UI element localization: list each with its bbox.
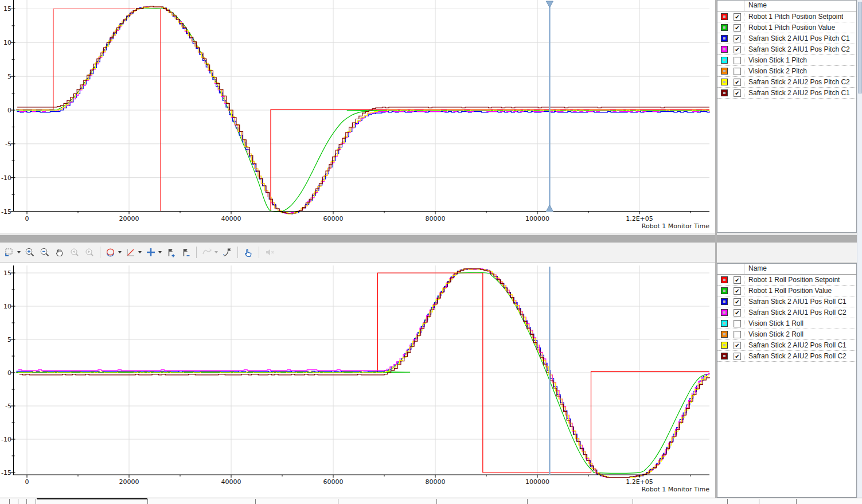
color-swatch[interactable] [721, 331, 728, 338]
visibility-checkbox[interactable] [734, 331, 741, 338]
visibility-checkbox[interactable]: ✔ [734, 89, 741, 97]
check-cell: ✔ [731, 276, 744, 284]
legend-row[interactable]: ✔Safran Stick 2 AIU2 Pos Roll C1 [717, 340, 856, 351]
color-swatch[interactable] [721, 79, 728, 85]
splitter-bar[interactable] [0, 235, 862, 243]
legend-header-name: Name [744, 264, 767, 274]
color-swatch[interactable] [721, 342, 728, 349]
legend-row[interactable]: Vision Stick 2 Pitch [717, 66, 856, 77]
zoom-next-icon [84, 247, 95, 258]
cursor-top-handle[interactable] [546, 1, 553, 7]
pitch-chart-panel[interactable]: 0200004000060000800001000001.2E+05151050… [0, 0, 715, 233]
swatch-cell [717, 13, 731, 20]
check-cell: ✔ [731, 353, 744, 360]
color-swatch[interactable] [721, 298, 728, 305]
add-marker-button[interactable] [164, 245, 178, 260]
legend-row[interactable]: Vision Stick 1 Pitch [717, 55, 856, 66]
flag-curve-icon [221, 247, 233, 258]
legend-row[interactable]: ✔Safran Stick 2 AIU1 Pos Pitch C2 [717, 44, 856, 55]
visibility-checkbox[interactable]: ✔ [734, 287, 741, 295]
audio-mute-button [263, 245, 276, 260]
color-swatch[interactable] [721, 276, 728, 283]
free-zoom-button[interactable] [104, 245, 123, 260]
legend-row[interactable]: ✔Safran Stick 2 AIU2 Pos Pitch C2 [717, 77, 856, 88]
y-tick-label: -15 [1, 208, 11, 216]
visibility-checkbox[interactable] [734, 57, 741, 64]
legend-row[interactable]: ✔Safran Stick 2 AIU2 Pos Roll C2 [717, 351, 856, 362]
visibility-checkbox[interactable] [734, 68, 741, 75]
dropdown-caret-icon[interactable] [158, 251, 162, 253]
check-cell: ✔ [731, 309, 744, 317]
color-swatch[interactable] [721, 57, 728, 64]
legend-row[interactable]: ✔Robot 1 Pitch Position Setpoint [717, 11, 856, 22]
legend-header: Name [717, 1, 856, 11]
cursor-tool-button[interactable] [144, 245, 163, 260]
dropdown-caret-icon[interactable] [118, 251, 122, 253]
zoom-in-button[interactable] [23, 245, 37, 260]
legend-header: Name [717, 264, 856, 275]
legend-row[interactable]: Vision Stick 2 Roll [717, 329, 856, 340]
swatch-cell [717, 276, 731, 283]
legend-row[interactable]: ✔Robot 1 Roll Position Value [717, 286, 856, 296]
legend-row[interactable]: ✔Safran Stick 2 AIU1 Pos Pitch C1 [717, 33, 856, 44]
color-swatch[interactable] [721, 89, 728, 96]
color-swatch[interactable] [721, 46, 728, 53]
strip-cell-divider [759, 499, 759, 504]
strip-cell-divider [796, 499, 797, 504]
visibility-checkbox[interactable]: ✔ [734, 309, 741, 317]
color-swatch[interactable] [721, 24, 728, 31]
visibility-checkbox[interactable]: ✔ [734, 35, 741, 42]
remove-marker-button[interactable] [179, 245, 193, 260]
legend-row[interactable]: ✔Robot 1 Roll Position Setpoint [717, 275, 856, 286]
legend-row[interactable]: ✔Safran Stick 2 AIU1 Pos Roll C2 [717, 307, 856, 318]
roll-chart-panel[interactable]: 0200004000060000800001000001.2E+05151050… [0, 263, 715, 498]
legend-row[interactable]: ✔Safran Stick 2 AIU2 Pos Pitch C1 [717, 88, 856, 99]
color-swatch[interactable] [721, 35, 728, 42]
legend-row[interactable]: ✔Robot 1 Pitch Position Value [717, 22, 856, 33]
visibility-checkbox[interactable]: ✔ [734, 342, 741, 349]
legend-row[interactable]: ✔Safran Stick 2 AIU1 Pos Roll C1 [717, 296, 856, 307]
visibility-checkbox[interactable]: ✔ [734, 276, 741, 284]
zoom-out-button[interactable] [38, 245, 52, 260]
signal-name-label: Vision Stick 1 Roll [744, 319, 804, 327]
slope-tool-button[interactable] [124, 245, 143, 260]
zoom-mode-button[interactable] [3, 245, 22, 260]
series-safran-stick-2-aiu1-pos-roll-c1 [16, 269, 709, 478]
visibility-checkbox[interactable]: ✔ [734, 353, 741, 360]
pick-hand-icon [243, 247, 254, 258]
visibility-checkbox[interactable]: ✔ [734, 24, 741, 32]
scrollbar-thumb[interactable] [858, 2, 862, 93]
color-swatch[interactable] [721, 353, 728, 360]
zoom-prev-icon [69, 247, 80, 258]
bottom-table-strip[interactable] [0, 498, 862, 504]
pick-signal-button[interactable] [241, 245, 255, 260]
y-tick-label: -10 [1, 436, 11, 443]
dropdown-caret-icon[interactable] [17, 251, 21, 253]
dropdown-caret-icon[interactable] [138, 251, 142, 253]
marker-jump-button[interactable] [220, 245, 234, 260]
signal-name-label: Safran Stick 2 AIU1 Pos Roll C2 [744, 308, 847, 317]
visibility-checkbox[interactable]: ✔ [734, 298, 741, 306]
roll-plot-area[interactable]: 0200004000060000800001000001.2E+05151050… [0, 263, 715, 497]
visibility-checkbox[interactable]: ✔ [734, 46, 741, 53]
toolbar-separator [100, 247, 100, 258]
swatch-cell [717, 298, 731, 305]
visibility-checkbox[interactable]: ✔ [734, 13, 741, 21]
dropdown-caret-icon[interactable] [214, 251, 218, 253]
vertical-scrollbar[interactable] [857, 0, 862, 504]
strip-cell-divider [727, 499, 728, 504]
color-swatch[interactable] [721, 68, 728, 75]
color-swatch[interactable] [721, 309, 728, 316]
swatch-cell [717, 89, 731, 96]
flag-plus-icon [165, 247, 177, 258]
strip-cell-divider [18, 499, 18, 504]
color-swatch[interactable] [721, 320, 728, 327]
color-swatch[interactable] [721, 13, 728, 20]
pitch-plot-area[interactable]: 0200004000060000800001000001.2E+05151050… [0, 0, 715, 233]
legend-row[interactable]: Vision Stick 1 Roll [717, 318, 856, 329]
visibility-checkbox[interactable] [734, 320, 741, 327]
visibility-checkbox[interactable]: ✔ [734, 79, 741, 86]
pan-button[interactable] [53, 245, 67, 260]
color-swatch[interactable] [721, 287, 728, 294]
cursor-bottom-handle[interactable] [546, 205, 553, 212]
